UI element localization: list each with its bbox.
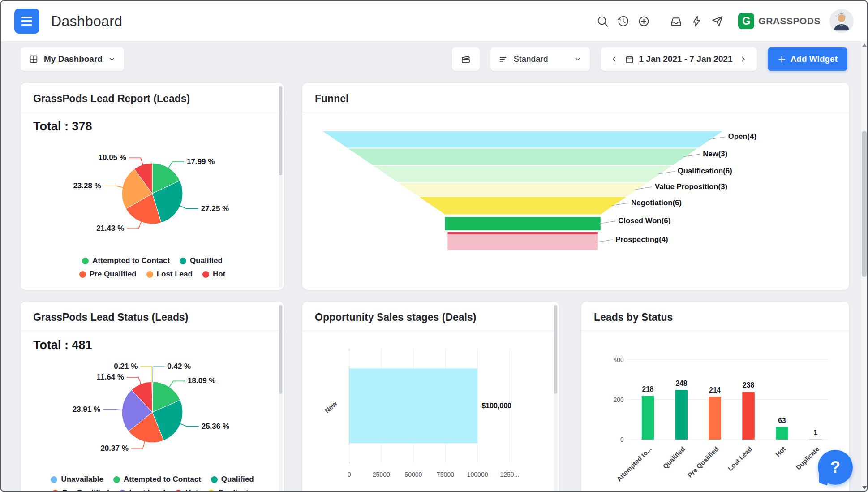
funnel-stage [419,197,627,214]
header-bar: Dashboard G GRASSPODS [1,1,867,41]
pie-percent-label: 23.91 % [73,405,100,414]
legend-dot [175,490,182,492]
search-icon[interactable] [592,11,613,31]
legend-dot [202,271,209,278]
legend-dot [208,490,215,492]
legend-label: Qualified [190,256,223,265]
lightning-icon[interactable] [686,11,707,31]
legend-item[interactable]: Pre Qualified [52,488,109,492]
bar [709,397,722,440]
widget-scrollbar[interactable] [279,86,283,287]
leader-line [103,410,123,410]
scrollbar-thumb[interactable] [862,131,867,277]
widget-scrollbar[interactable] [554,304,558,492]
legend-item[interactable]: Lost Lead [119,488,165,492]
avatar[interactable] [829,9,854,33]
pie-chart-lead-status: 0.42 %18.09 %25.36 %20.37 %23.91 %11.64 … [31,353,273,473]
inbox-icon[interactable] [666,11,686,31]
funnel-label: Value Proposition(3) [655,182,727,191]
page-title: Dashboard [51,13,122,30]
legend-label: Attempted to Contact [124,475,201,484]
pie-percent-label: 0.21 % [114,362,138,371]
funnel-label: Closed Won(6) [618,216,670,225]
chevron-left-icon[interactable] [609,52,620,66]
help-button[interactable]: ? [818,450,853,485]
widget-title: GrassPods Lead Report (Leads) [33,93,271,105]
view-select-label: Standard [513,54,548,64]
legend-item[interactable]: Lost Lead [146,270,193,279]
leader-line [129,158,143,165]
bar-value-label: 218 [642,385,653,393]
x-tick-label: 100000 [467,471,488,478]
dashboard-select[interactable]: My Dashboard [21,47,124,71]
page-scrollbar[interactable] [860,41,867,491]
widget-scrollbar[interactable] [279,304,283,492]
pie-percent-label: 0.42 % [167,362,191,371]
legend-label: Lost Lead [157,270,193,279]
legend-item[interactable]: Hot [202,270,225,279]
add-widget-button[interactable]: Add Widget [768,47,847,71]
scrollbar-thumb[interactable] [279,305,282,394]
x-tick-label: 25000 [373,471,390,478]
add-circle-icon[interactable] [633,11,654,31]
legend-item[interactable]: Attempted to Contact [82,256,170,265]
y-tick-label: 0 [620,436,624,443]
bar [642,396,654,439]
leader-line [140,367,152,383]
widget-title: Leads by Status [594,311,837,324]
toolbar: My Dashboard Standard 1 Jan 2021 - 7 [1,47,867,72]
scroll-down-icon[interactable] [861,484,868,491]
legend-dot [51,476,57,483]
total-label: Total : 378 [33,120,271,134]
legend-dot [211,476,218,483]
pie-percent-label: 17.99 % [187,157,215,166]
widget-title: Funnel [315,93,837,105]
x-category-label: Qualified [662,445,687,470]
leader-line [153,367,164,383]
history-icon[interactable] [613,11,633,31]
chevron-right-icon[interactable] [737,52,749,66]
legend-dot [180,258,186,264]
legend-item[interactable]: Pre Qualified [79,270,137,279]
x-category-label: Hot [774,445,787,458]
leader-line [131,441,145,449]
legend-item[interactable]: Qualified [211,475,254,484]
x-tick-label: 75000 [437,471,454,478]
bar-value-label: 63 [778,417,786,424]
filter-icon [498,55,508,64]
bar [742,392,755,440]
legend-item[interactable]: Unavailable [51,475,103,484]
x-category-label: Lost Lead [726,445,753,472]
scrollbar-thumb[interactable] [279,86,282,175]
legend-item[interactable]: Attempted to Contact [113,475,201,484]
x-tick-label: 0 [348,471,351,478]
x-category-label: Duplicate [795,445,821,471]
date-picker[interactable]: 1 Jan 2021 - 7 Jan 2021 [601,47,756,71]
send-icon[interactable] [707,11,727,31]
question-icon: ? [818,450,853,485]
widget-lead-status: GrassPods Lead Status (Leads) Total : 48… [21,302,284,492]
pie-percent-label: 18.09 % [188,376,215,385]
pie-percent-label: 10.05 % [99,153,126,162]
scrollbar-thumb[interactable] [554,305,557,394]
funnel-label: Open(4) [728,132,756,141]
brand-logo[interactable]: G GRASSPODS [738,13,821,29]
legend-dot [79,271,86,278]
funnel-label: Prospecting(4) [615,235,668,244]
legend-dot [146,271,153,278]
view-select[interactable]: Standard [490,47,590,71]
x-tick-label: 1250... [500,471,519,478]
plus-icon [778,55,786,64]
legend-item[interactable]: Hot [175,488,198,492]
legend-item[interactable]: Qualified [180,256,223,265]
legend-label: Hot [213,270,225,279]
scroll-up-icon[interactable] [861,41,868,48]
menu-button[interactable] [14,9,39,34]
clapperboard-icon [460,54,471,65]
widget-lead-report: GrassPods Lead Report (Leads) Total : 37… [21,83,284,290]
slideshow-button[interactable] [452,47,480,71]
legend-item[interactable]: Duplicate [208,488,253,492]
chevron-down-icon [108,55,116,63]
bar [809,439,822,440]
funnel-stage [323,131,722,148]
